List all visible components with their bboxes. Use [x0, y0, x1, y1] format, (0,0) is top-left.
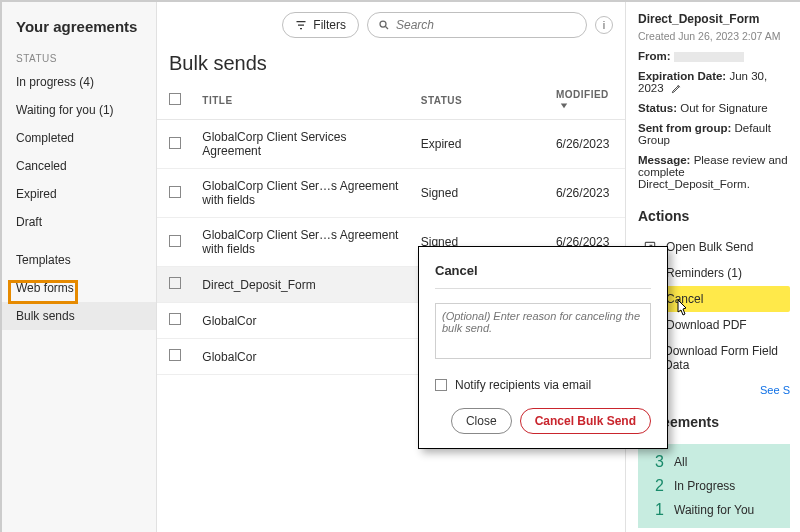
row-title: GlobalCor	[192, 339, 410, 375]
filter-icon	[295, 19, 307, 31]
sidebar-item-web-forms[interactable]: Web forms	[2, 274, 156, 302]
toolbar: Filters i	[157, 2, 625, 44]
from-label: From:	[638, 50, 671, 62]
notify-label: Notify recipients via email	[455, 378, 591, 392]
info-icon: i	[603, 19, 605, 31]
status-label: Status:	[638, 102, 677, 114]
row-checkbox[interactable]	[169, 137, 181, 149]
agreement-row[interactable]: 2In Progress	[646, 474, 782, 498]
sidebar-item-bulk-sends[interactable]: Bulk sends	[2, 302, 156, 330]
action-label: Download Form Field Data	[664, 344, 786, 372]
select-all-checkbox[interactable]	[169, 93, 181, 105]
col-modified[interactable]: MODIFIED	[546, 81, 625, 120]
agreement-count: 3	[650, 453, 664, 471]
notify-checkbox[interactable]	[435, 379, 447, 391]
sidebar-item-waiting[interactable]: Waiting for you (1)	[2, 96, 156, 124]
table-row[interactable]: GlobalCorp Client Services AgreementExpi…	[157, 120, 625, 169]
sidebar-item-canceled[interactable]: Canceled	[2, 152, 156, 180]
edit-icon[interactable]	[671, 83, 682, 94]
row-title: GlobalCorp Client Ser…s Agreement with f…	[192, 218, 410, 267]
row-title: GlobalCorp Client Services Agreement	[192, 120, 410, 169]
row-status: Expired	[411, 120, 546, 169]
close-button[interactable]: Close	[451, 408, 512, 434]
row-title: Direct_Deposit_Form	[192, 267, 410, 303]
sidebar-item-expired[interactable]: Expired	[2, 180, 156, 208]
status-value: Out for Signature	[680, 102, 768, 114]
action-label: Reminders (1)	[666, 266, 742, 280]
agreements-box: 3All2In Progress1Waiting for You	[638, 444, 790, 528]
svg-point-0	[380, 21, 386, 27]
search-icon	[378, 19, 390, 31]
group-label: Sent from group:	[638, 122, 731, 134]
agreement-row[interactable]: 1Waiting for You	[646, 498, 782, 522]
agreement-label: Waiting for You	[674, 503, 754, 517]
agreement-row[interactable]: 3All	[646, 450, 782, 474]
cancel-reason-input[interactable]	[435, 303, 651, 359]
row-title: GlobalCor	[192, 303, 410, 339]
cancel-modal: Cancel Notify recipients via email Close…	[418, 246, 668, 449]
search-input[interactable]	[396, 18, 576, 32]
cancel-bulk-send-button[interactable]: Cancel Bulk Send	[520, 408, 651, 434]
sidebar-item-draft[interactable]: Draft	[2, 208, 156, 236]
action-label: Download PDF	[666, 318, 747, 332]
sidebar-item-templates[interactable]: Templates	[2, 246, 156, 274]
filters-label: Filters	[313, 18, 346, 32]
doc-title: Direct_Deposit_Form	[638, 12, 790, 26]
message-label: Message:	[638, 154, 690, 166]
table-header-row: TITLE STATUS MODIFIED	[157, 81, 625, 120]
sidebar-item-completed[interactable]: Completed	[2, 124, 156, 152]
row-title: GlobalCorp Client Ser…s Agreement with f…	[192, 169, 410, 218]
action-label: Cancel	[666, 292, 703, 306]
sidebar: Your agreements STATUS In progress (4) W…	[2, 2, 157, 532]
row-checkbox[interactable]	[169, 313, 181, 325]
filters-button[interactable]: Filters	[282, 12, 359, 38]
row-checkbox[interactable]	[169, 235, 181, 247]
main-heading: Bulk sends	[157, 44, 625, 81]
sidebar-item-in-progress[interactable]: In progress (4)	[2, 68, 156, 96]
info-button[interactable]: i	[595, 16, 613, 34]
row-status: Signed	[411, 169, 546, 218]
modal-title: Cancel	[435, 263, 651, 278]
main: Filters i Bulk sends TITLE STATUS	[157, 2, 625, 532]
row-checkbox[interactable]	[169, 349, 181, 361]
row-modified: 6/26/2023	[546, 120, 625, 169]
search-box[interactable]	[367, 12, 587, 38]
sidebar-status-label: STATUS	[2, 47, 156, 68]
table-row[interactable]: GlobalCorp Client Ser…s Agreement with f…	[157, 169, 625, 218]
expiration-label: Expiration Date:	[638, 70, 726, 82]
action-label: Open Bulk Send	[666, 240, 753, 254]
sort-desc-icon	[560, 101, 568, 109]
row-checkbox[interactable]	[169, 277, 181, 289]
agreement-label: In Progress	[674, 479, 735, 493]
col-status[interactable]: STATUS	[411, 81, 546, 120]
col-title[interactable]: TITLE	[192, 81, 410, 120]
agreement-count: 2	[650, 477, 664, 495]
doc-created: Created Jun 26, 2023 2:07 AM	[638, 30, 790, 42]
from-value-redacted	[674, 52, 744, 62]
row-checkbox[interactable]	[169, 186, 181, 198]
agreement-label: All	[674, 455, 687, 469]
sidebar-title: Your agreements	[2, 12, 156, 47]
agreement-count: 1	[650, 501, 664, 519]
actions-title: Actions	[638, 208, 790, 224]
row-modified: 6/26/2023	[546, 169, 625, 218]
